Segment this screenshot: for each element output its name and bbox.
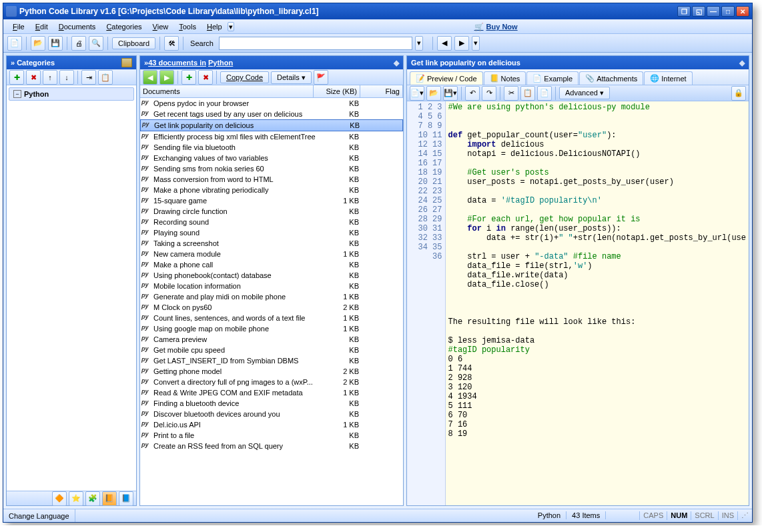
restore-down-icon[interactable]: ❐: [677, 6, 691, 17]
categories-header[interactable]: » Categories: [7, 56, 136, 69]
document-row[interactable]: pyGetting phone model2 KB: [140, 366, 403, 377]
document-row[interactable]: pyMass conversion from word to HTMLKB: [140, 174, 403, 185]
open-icon[interactable]: 📂: [31, 36, 45, 51]
document-row[interactable]: pyGet link popularity on deliciousKB: [140, 119, 403, 131]
menu-documents[interactable]: Documents: [53, 21, 101, 32]
document-row[interactable]: pyDiscover bluetooth devices around youK…: [140, 409, 403, 419]
advanced-button[interactable]: Advanced ▾: [559, 87, 610, 99]
new-snippet-icon[interactable]: 📄▾: [410, 86, 424, 101]
minimize-icon[interactable]: —: [707, 6, 720, 17]
move-down-icon[interactable]: ↓: [59, 70, 74, 85]
delete-doc-icon[interactable]: ✖: [198, 70, 213, 85]
documents-columns[interactable]: Documents Size (KB) Flag: [140, 85, 403, 98]
redo-icon[interactable]: ↷: [482, 86, 496, 101]
copy-code-button[interactable]: Copy Code: [220, 71, 269, 83]
expand-icon[interactable]: ⇥: [81, 70, 96, 85]
folder-icon[interactable]: [121, 58, 132, 67]
titlebar[interactable]: Python Code Library v1.6 [G:\Projects\Co…: [3, 3, 752, 19]
tools-icon[interactable]: 🛠: [164, 36, 179, 51]
delete-category-icon[interactable]: ✖: [26, 70, 41, 85]
footer-favorite-icon[interactable]: ⭐: [69, 491, 83, 506]
preview-icon[interactable]: 🔍: [89, 36, 103, 51]
document-row[interactable]: py15-square game1 KB: [140, 195, 403, 206]
restore-icon[interactable]: □: [721, 6, 735, 17]
documents-list[interactable]: Documents Size (KB) Flag pyOpens pydoc i…: [140, 85, 403, 505]
open-snippet-icon[interactable]: 📂: [426, 86, 441, 101]
document-row[interactable]: pySending sms from nokia series 60KB: [140, 163, 403, 174]
nav-fwd-icon[interactable]: ▶: [454, 36, 469, 51]
tab-notes[interactable]: 📒Notes: [484, 71, 526, 85]
document-row[interactable]: pyUsing google map on mobile phone1 KB: [140, 323, 403, 334]
nav-back-icon[interactable]: ◀: [437, 36, 452, 51]
tree-collapse-icon[interactable]: −: [13, 90, 21, 98]
add-doc-icon[interactable]: ✚: [181, 70, 196, 85]
document-row[interactable]: pyGet recent tags used by any user on de…: [140, 109, 403, 119]
document-row[interactable]: pyDel.icio.us API1 KB: [140, 419, 403, 430]
document-row[interactable]: pyUsing phonebook(contact) databaseKB: [140, 270, 403, 281]
nav-overflow-icon[interactable]: ▾: [472, 36, 480, 51]
move-up-icon[interactable]: ↑: [43, 70, 57, 85]
col-documents[interactable]: Documents: [140, 85, 314, 97]
resize-grip-icon[interactable]: ⋰: [737, 511, 752, 520]
footer-icon-4[interactable]: 📙: [102, 491, 117, 506]
col-size[interactable]: Size (KB): [314, 85, 360, 97]
menu-overflow-icon[interactable]: ▾: [228, 22, 234, 31]
lock-icon[interactable]: 🔒: [731, 86, 746, 101]
menu-file[interactable]: File: [7, 21, 30, 32]
tab-internet[interactable]: 🌐Internet: [644, 71, 692, 85]
undo-icon[interactable]: ↶: [465, 86, 480, 101]
document-row[interactable]: pyPrint to a fileKB: [140, 430, 403, 441]
document-row[interactable]: pySending file via bluetoothKB: [140, 142, 403, 153]
save-snippet-icon[interactable]: 💾▾: [443, 86, 458, 101]
copy-icon[interactable]: 📋: [520, 86, 535, 101]
document-row[interactable]: pyFinding a bluetooth deviceKB: [140, 398, 403, 409]
document-row[interactable]: pyGet LAST_INSERT_ID from Symbian DBMSKB: [140, 355, 403, 366]
paste-icon[interactable]: 📋: [98, 70, 113, 85]
doc-fwd-icon[interactable]: ▶: [159, 70, 174, 85]
col-flag[interactable]: Flag: [360, 85, 403, 97]
document-row[interactable]: pyMake a phone callKB: [140, 259, 403, 270]
details-button[interactable]: Details ▾: [271, 71, 312, 84]
tab-attachments[interactable]: 📎Attachments: [579, 71, 643, 85]
search-dropdown-icon[interactable]: ▾: [415, 36, 423, 51]
tab-preview-code[interactable]: 📝Preview / Code: [410, 71, 483, 85]
document-row[interactable]: pyTaking a screenshotKB: [140, 238, 403, 249]
document-row[interactable]: pyCount lines, sentences, and words of a…: [140, 313, 403, 323]
document-row[interactable]: pyEfficiently process big xml files with…: [140, 131, 403, 142]
code-editor[interactable]: 1 2 3 4 5 6 7 8 9 10 11 12 13 14 15 16 1…: [407, 101, 749, 505]
document-row[interactable]: pyMobile location informationKB: [140, 281, 403, 291]
buy-now-link[interactable]: 🛒 Buy Now: [474, 23, 518, 31]
save-icon[interactable]: 💾: [48, 36, 63, 51]
document-row[interactable]: pyCreate an RSS feed from an SQL queryKB: [140, 441, 403, 451]
document-row[interactable]: pyMake a phone vibrating periodicallyKB: [140, 185, 403, 195]
document-row[interactable]: pyDrawing circle functionKB: [140, 206, 403, 217]
menu-categories[interactable]: Categories: [101, 21, 147, 32]
maximize-icon[interactable]: ◱: [692, 6, 705, 17]
document-row[interactable]: pyRecording soundKB: [140, 217, 403, 227]
tab-example[interactable]: 📄Example: [526, 71, 579, 85]
search-input[interactable]: [219, 37, 412, 50]
document-row[interactable]: pyOpens pydoc in your browserKB: [140, 98, 403, 109]
clipboard-button[interactable]: Clipboard: [112, 37, 155, 49]
paste-icon[interactable]: 📄: [537, 86, 552, 101]
document-row[interactable]: pyGet mobile cpu speedKB: [140, 345, 403, 355]
menu-help[interactable]: Help: [202, 21, 228, 32]
document-row[interactable]: pyRead & Write JPEG COM and EXIF metadat…: [140, 387, 403, 398]
document-row[interactable]: pyM Clock on pys602 KB: [140, 302, 403, 313]
menu-view[interactable]: View: [147, 21, 174, 32]
document-row[interactable]: pyConvert a directory full of png images…: [140, 377, 403, 387]
menu-tools[interactable]: Tools: [173, 21, 202, 32]
chevron-icon[interactable]: ◆: [739, 59, 745, 67]
add-category-icon[interactable]: ✚: [9, 70, 24, 85]
document-row[interactable]: pyCamera previewKB: [140, 334, 403, 345]
menu-edit[interactable]: Edit: [30, 21, 53, 32]
footer-icon-5[interactable]: 📘: [119, 491, 133, 506]
footer-icon-1[interactable]: 🔶: [52, 491, 67, 506]
document-row[interactable]: pyNew camera module1 KB: [140, 249, 403, 259]
documents-header[interactable]: » 43 documents in Python ◆: [140, 56, 403, 69]
document-row[interactable]: pyExchanging values of two variablesKB: [140, 153, 403, 163]
code-content[interactable]: #We are using python's delicious-py modu…: [446, 101, 749, 505]
document-row[interactable]: pyPlaying soundKB: [140, 227, 403, 238]
close-icon[interactable]: ✕: [736, 6, 749, 17]
category-item-python[interactable]: − Python: [9, 87, 134, 101]
